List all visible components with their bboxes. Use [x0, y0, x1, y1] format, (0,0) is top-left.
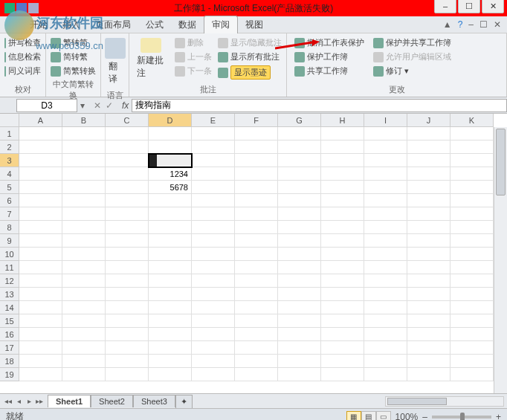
cell[interactable]	[321, 328, 364, 341]
cell[interactable]	[278, 301, 321, 314]
cell[interactable]	[192, 355, 235, 368]
cell[interactable]	[278, 261, 321, 274]
cell[interactable]	[235, 314, 278, 328]
cell[interactable]	[62, 194, 106, 207]
cell[interactable]	[451, 301, 494, 314]
minimize-button[interactable]: –	[434, 0, 456, 13]
cell[interactable]	[407, 368, 451, 381]
cell[interactable]	[235, 301, 278, 314]
cell[interactable]	[62, 127, 106, 140]
cell[interactable]	[364, 274, 407, 288]
cell[interactable]	[149, 301, 192, 314]
cell[interactable]	[451, 181, 494, 194]
col-header[interactable]: J	[407, 114, 451, 126]
row-header[interactable]: 10	[0, 248, 19, 261]
cell[interactable]	[149, 248, 192, 261]
cell[interactable]	[62, 221, 106, 234]
cell[interactable]	[19, 207, 62, 221]
zoom-slider[interactable]	[432, 416, 491, 419]
cell[interactable]	[192, 234, 235, 248]
cell[interactable]	[192, 248, 235, 261]
cell[interactable]	[451, 261, 494, 274]
help-icon[interactable]: ?	[458, 19, 463, 30]
cell[interactable]	[149, 194, 192, 207]
cell[interactable]	[278, 140, 321, 154]
fx-icon[interactable]: fx	[119, 100, 132, 111]
cell[interactable]	[62, 328, 106, 341]
cell[interactable]	[364, 288, 407, 301]
cell[interactable]	[149, 274, 192, 288]
col-header[interactable]: K	[451, 114, 494, 126]
cell[interactable]	[192, 301, 235, 314]
trad-to-simp-button[interactable]: 繁转简	[49, 36, 97, 49]
cell[interactable]	[278, 221, 321, 234]
cell[interactable]	[407, 274, 451, 288]
cell[interactable]	[278, 368, 321, 381]
cell[interactable]	[149, 288, 192, 301]
cell[interactable]	[19, 140, 62, 154]
window-restore-icon[interactable]: ☐	[479, 19, 488, 30]
cell[interactable]	[364, 355, 407, 368]
name-box-dropdown[interactable]: ▾	[77, 100, 88, 111]
cell[interactable]	[451, 167, 494, 181]
col-header[interactable]: G	[278, 114, 321, 126]
cell[interactable]	[106, 248, 149, 261]
cell[interactable]	[451, 127, 494, 140]
cell[interactable]	[19, 234, 62, 248]
row-header[interactable]: 17	[0, 341, 19, 355]
cell[interactable]	[106, 140, 149, 154]
cell[interactable]	[321, 314, 364, 328]
cell[interactable]	[106, 194, 149, 207]
cell[interactable]	[278, 248, 321, 261]
protect-share-button[interactable]: 保护并共享工作簿	[372, 36, 453, 49]
col-header[interactable]: C	[106, 114, 149, 126]
cell[interactable]: 1234	[149, 167, 192, 181]
cell[interactable]	[106, 368, 149, 381]
cell[interactable]	[321, 368, 364, 381]
row-header[interactable]: 15	[0, 314, 19, 328]
normal-view-button[interactable]: ▦	[346, 411, 361, 421]
cell[interactable]	[192, 341, 235, 355]
cell[interactable]	[235, 207, 278, 221]
cell[interactable]	[407, 221, 451, 234]
cell[interactable]	[407, 127, 451, 140]
cell[interactable]	[321, 221, 364, 234]
cell[interactable]	[364, 328, 407, 341]
row-header[interactable]: 6	[0, 194, 19, 207]
cell[interactable]	[235, 341, 278, 355]
cell[interactable]	[278, 328, 321, 341]
protect-workbook-button[interactable]: 保护工作簿	[293, 51, 366, 63]
cell[interactable]	[19, 154, 62, 167]
cell[interactable]	[364, 127, 407, 140]
cell[interactable]	[407, 234, 451, 248]
cell[interactable]	[192, 194, 235, 207]
show-all-comments-button[interactable]: 显示所有批注	[216, 51, 283, 63]
tab-insert[interactable]: 插入	[55, 16, 88, 33]
cell[interactable]	[149, 328, 192, 341]
cell[interactable]	[235, 221, 278, 234]
thesaurus-button[interactable]: 同义词库	[3, 65, 42, 77]
cell[interactable]	[106, 328, 149, 341]
cell[interactable]	[192, 127, 235, 140]
row-header[interactable]: 2	[0, 140, 19, 154]
cell[interactable]	[235, 274, 278, 288]
cell[interactable]	[62, 140, 106, 154]
cell[interactable]	[278, 207, 321, 221]
cell[interactable]	[19, 194, 62, 207]
tab-review[interactable]: 审阅	[204, 16, 238, 33]
track-changes-button[interactable]: 修订 ▾	[372, 65, 453, 77]
cell[interactable]	[407, 355, 451, 368]
cell[interactable]	[106, 221, 149, 234]
zoom-out-button[interactable]: –	[422, 412, 427, 421]
new-sheet-button[interactable]: ✦	[175, 395, 193, 408]
cell[interactable]	[19, 127, 62, 140]
cell[interactable]	[19, 301, 62, 314]
cell[interactable]	[62, 154, 106, 167]
cell[interactable]	[364, 261, 407, 274]
cell[interactable]	[364, 167, 407, 181]
cell[interactable]	[364, 154, 407, 167]
cell[interactable]	[149, 368, 192, 381]
new-comment-button[interactable]: 新建批注	[132, 35, 170, 83]
vscroll-thumb[interactable]	[496, 129, 506, 196]
cell[interactable]	[19, 248, 62, 261]
